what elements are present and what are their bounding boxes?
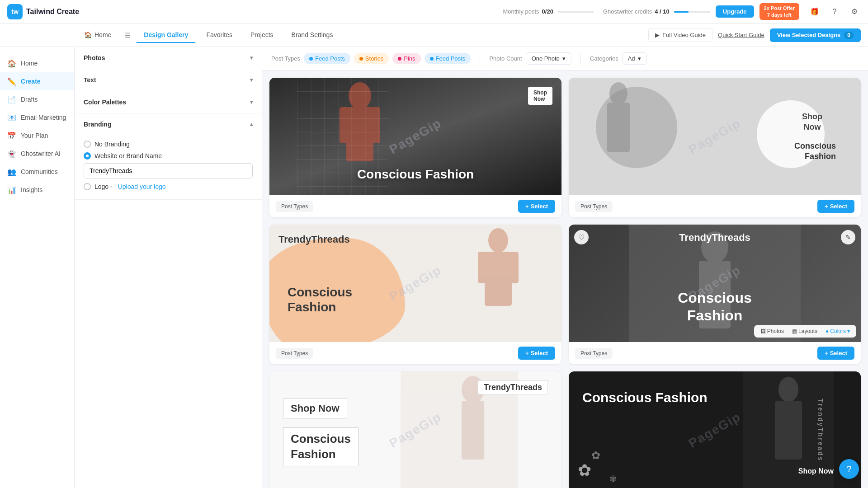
create-sidebar-icon: ✏️ xyxy=(7,77,16,86)
categories-select[interactable]: Ad ▾ xyxy=(622,52,647,65)
help-bubble[interactable]: ? xyxy=(839,459,859,479)
nav-item-home[interactable]: 🏠 Home xyxy=(77,28,118,43)
card2-post-types[interactable]: Post Types xyxy=(575,201,613,212)
app-title: Tailwind Create xyxy=(26,8,79,16)
card1-select-button[interactable]: + Select xyxy=(518,200,555,213)
photos-tool-icon: 🖼 xyxy=(760,328,766,334)
main-content: Post Types Feed Posts Stories Pins Feed … xyxy=(262,47,868,488)
card4-heart-button[interactable]: ♡ xyxy=(574,230,589,244)
layouts-tool-icon: ▦ xyxy=(792,328,797,334)
plan-sidebar-icon: 📅 xyxy=(7,131,16,140)
nav-home-label: Home xyxy=(94,31,111,38)
feed-posts-1-dot xyxy=(309,57,313,61)
monthly-posts-label: Monthly posts xyxy=(503,8,539,15)
nav-item-favorites[interactable]: Favorites xyxy=(199,28,240,43)
view-selected-designs-button[interactable]: View Selected Designs 0 xyxy=(770,28,861,42)
topbar: tw Tailwind Create Monthly posts 0/20 Gh… xyxy=(0,0,868,23)
design-card-4-footer: Post Types + Select xyxy=(569,342,861,364)
ghostwriter-credits-value: 4 / 10 xyxy=(655,8,670,15)
filter-tag-feed-posts-1[interactable]: Feed Posts xyxy=(304,53,350,64)
photos-tool[interactable]: 🖼 Photos xyxy=(758,327,787,336)
photo-count-group: Photo Count One Photo ▾ xyxy=(489,52,571,65)
sidebar-item-insights[interactable]: 📊 Insights xyxy=(0,181,74,199)
branding-filter-label: Branding xyxy=(84,121,111,128)
colors-tool-icon: ● xyxy=(826,328,829,334)
sidebar-item-communities[interactable]: 👥 Communities xyxy=(0,163,74,181)
nav-item-brand-settings[interactable]: Brand Settings xyxy=(284,28,340,43)
view-selected-label: View Selected Designs xyxy=(777,32,841,38)
ghostwriter-credits-progress xyxy=(674,11,710,13)
filter-divider-2 xyxy=(580,53,581,64)
sidebar-communities-label: Communities xyxy=(21,168,58,175)
card4-background: ♡ ✎ TrendyThreads ConsciousFashion 🖼 Pho… xyxy=(569,225,861,342)
insights-sidebar-icon: 📊 xyxy=(7,185,16,194)
design-grid: ShopNow Conscious Fashion PageGip Post T… xyxy=(262,70,868,488)
sidebar-item-home[interactable]: 🏠 Home xyxy=(0,54,74,72)
photos-filter-header[interactable]: Photos ▾ xyxy=(75,47,262,69)
card6-background: ✿ ✿ ✾ TrendyThreads Conscious Fashion Sh… xyxy=(569,371,861,488)
photo-count-select[interactable]: One Photo ▾ xyxy=(526,52,571,65)
card3-background: TrendyThreads ConsciousFashion xyxy=(269,225,561,342)
card2-select-label: Select xyxy=(830,203,847,210)
card4-overlay-tools: 🖼 Photos ▦ Layouts ● Colors ▾ xyxy=(754,325,856,338)
quick-start-guide-button[interactable]: Quick Start Guide xyxy=(718,32,764,38)
nav-item-projects[interactable]: Projects xyxy=(243,28,281,43)
settings-icon[interactable]: ⚙ xyxy=(848,5,861,18)
svg-rect-9 xyxy=(478,252,487,283)
nav-menu-icon[interactable]: ☰ xyxy=(122,30,133,41)
card2-background: ShopNow ConsciousFashion xyxy=(569,78,861,195)
logo-label: Logo - xyxy=(94,183,113,190)
layouts-tool[interactable]: ▦ Layouts xyxy=(789,327,820,336)
sidebar-email-label: Email Marketing xyxy=(21,114,66,121)
sidebar-item-ghostwriter-ai[interactable]: 👻 Ghostwriter AI xyxy=(0,145,74,163)
gift-icon[interactable]: 🎁 xyxy=(808,5,821,18)
no-branding-radio[interactable]: No Branding xyxy=(84,141,253,148)
layouts-tool-label: Layouts xyxy=(798,328,817,334)
website-brand-label: Website or Brand Name xyxy=(94,152,162,160)
sidebar-item-drafts[interactable]: 📄 Drafts xyxy=(0,90,74,108)
post-offer-line2: 7 days left xyxy=(764,12,795,18)
card3-select-button[interactable]: + Select xyxy=(518,347,555,360)
card4-post-types[interactable]: Post Types xyxy=(575,348,613,359)
card4-plus-icon: + xyxy=(825,350,828,357)
filter-tag-stories[interactable]: Stories xyxy=(354,53,389,64)
app-logo[interactable]: tw Tailwind Create xyxy=(7,4,79,19)
full-video-guide-button[interactable]: ▶ Full Video Guide xyxy=(648,28,712,42)
photos-chevron-icon: ▾ xyxy=(250,55,253,61)
nav-item-design-gallery[interactable]: Design Gallery xyxy=(137,28,195,43)
logo-radio[interactable]: Logo - Upload your logo xyxy=(84,183,253,190)
brand-name-input[interactable] xyxy=(84,163,253,178)
filter-tag-pins[interactable]: Pins xyxy=(392,53,420,64)
post-offer-badge: 2x Post Offer 7 days left xyxy=(760,3,799,20)
sidebar-item-your-plan[interactable]: 📅 Your Plan xyxy=(0,127,74,145)
sidebar-drafts-label: Drafts xyxy=(21,96,38,103)
card4-edit-button[interactable]: ✎ xyxy=(841,230,855,244)
svg-point-5 xyxy=(609,82,627,105)
play-icon: ▶ xyxy=(655,32,660,38)
feed-posts-2-label: Feed Posts xyxy=(436,55,466,62)
card1-headline: Conscious Fashion xyxy=(357,167,474,182)
sidebar-ghostwriter-label: Ghostwriter AI xyxy=(21,150,61,157)
colors-tool[interactable]: ● Colors ▾ xyxy=(823,327,853,336)
card3-post-types[interactable]: Post Types xyxy=(276,348,313,359)
upload-logo-link[interactable]: Upload your logo xyxy=(118,183,166,190)
help-icon[interactable]: ? xyxy=(828,5,841,18)
sidebar: 🏠 Home ✏️ Create 📄 Drafts 📧 Email Market… xyxy=(0,47,75,488)
categories-value: Ad xyxy=(628,55,635,62)
color-palettes-filter-header[interactable]: Color Palettes ▾ xyxy=(75,91,262,113)
branding-filter-header[interactable]: Branding ▴ xyxy=(75,113,262,135)
card2-select-button[interactable]: + Select xyxy=(817,200,854,213)
card4-select-button[interactable]: + Select xyxy=(817,347,854,360)
website-brand-name-radio[interactable]: Website or Brand Name xyxy=(84,152,253,160)
email-sidebar-icon: 📧 xyxy=(7,113,16,122)
logo-radio-circle xyxy=(84,183,91,190)
design-card-5: TrendyThreads Shop Now ConsciousFashion … xyxy=(269,371,561,488)
upgrade-button[interactable]: Upgrade xyxy=(716,5,754,18)
sidebar-item-create[interactable]: ✏️ Create xyxy=(0,72,74,90)
text-filter-header[interactable]: Text ▾ xyxy=(75,69,262,91)
filter-tag-feed-posts-2[interactable]: Feed Posts xyxy=(425,53,471,64)
sidebar-item-email-marketing[interactable]: 📧 Email Marketing xyxy=(0,108,74,127)
filter-section-branding: Branding ▴ No Branding Website or Brand … xyxy=(75,113,262,200)
card1-post-types[interactable]: Post Types xyxy=(276,201,313,212)
photo-count-label: Photo Count xyxy=(489,55,522,62)
